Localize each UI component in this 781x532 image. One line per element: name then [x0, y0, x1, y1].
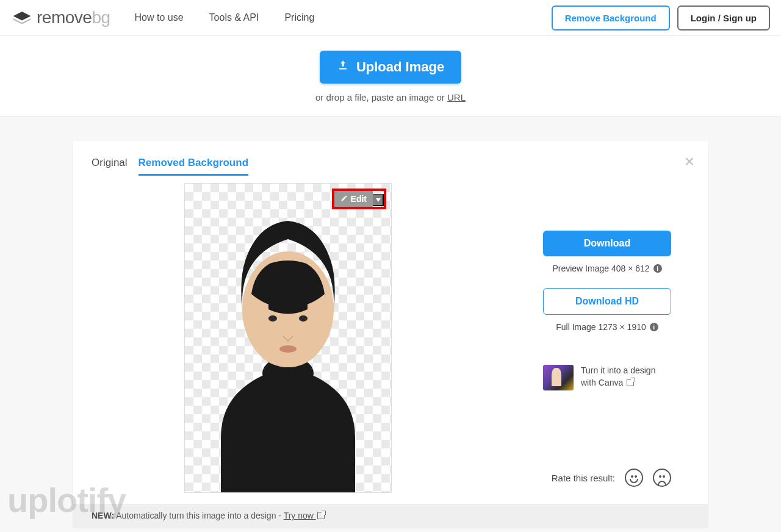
rate-happy-button[interactable]	[625, 469, 643, 487]
rate-label: Rate this result:	[552, 473, 615, 483]
external-link-icon	[317, 512, 325, 519]
edit-button[interactable]: Edit	[334, 191, 373, 207]
canva-thumbnail	[543, 365, 574, 390]
info-icon[interactable]: i	[653, 264, 662, 273]
logo[interactable]: removebg	[11, 8, 110, 27]
content-row: Edit Download Preview Image 408 × 612 i …	[92, 183, 689, 493]
rate-sad-button[interactable]	[653, 469, 671, 487]
rate-row: Rate this result:	[543, 469, 671, 487]
remove-background-button[interactable]: Remove Background	[552, 5, 670, 31]
logo-icon	[11, 9, 33, 26]
canva-line2: with Canva	[581, 378, 623, 387]
footer-promo: NEW: Automatically turn this image into …	[73, 504, 708, 527]
upload-section: Upload Image or drop a file, paste an im…	[0, 36, 781, 117]
result-card: × Original Removed Background	[73, 141, 708, 527]
info-icon[interactable]: i	[650, 323, 658, 331]
edit-highlight: Edit	[332, 189, 386, 209]
tab-original[interactable]: Original	[92, 157, 128, 176]
full-size-text: Full Image 1273 × 1910	[556, 322, 646, 332]
brush-icon	[340, 194, 348, 204]
download-button[interactable]: Download	[543, 231, 671, 256]
download-sidebar: Download Preview Image 408 × 612 i Downl…	[525, 183, 689, 493]
nav-tools-api[interactable]: Tools & API	[209, 12, 259, 23]
canva-text: Turn it into a design with Canva	[581, 365, 655, 389]
result-image: Edit	[184, 183, 392, 493]
download-hd-button[interactable]: Download HD	[543, 288, 671, 315]
tabs: Original Removed Background	[92, 157, 689, 176]
tab-removed-background[interactable]: Removed Background	[139, 157, 248, 176]
preview-size-text: Preview Image 408 × 612	[552, 264, 649, 273]
edit-dropdown[interactable]	[373, 194, 384, 206]
nav-how-to-use[interactable]: How to use	[135, 12, 184, 23]
upload-image-button[interactable]: Upload Image	[320, 51, 461, 84]
chevron-down-icon	[376, 198, 381, 202]
login-signup-button[interactable]: Login / Sign up	[677, 5, 770, 31]
new-badge: NEW:	[92, 511, 114, 520]
footer-text: Automatically turn this image into a des…	[114, 511, 284, 520]
header: removebg How to use Tools & API Pricing …	[0, 0, 781, 36]
upload-button-label: Upload Image	[356, 59, 444, 75]
header-actions: Remove Background Login / Sign up	[552, 5, 770, 31]
nav-pricing[interactable]: Pricing	[284, 12, 314, 23]
preview-size: Preview Image 408 × 612 i	[552, 264, 661, 273]
drop-hint: or drop a file, paste an image or URL	[0, 92, 781, 102]
full-size: Full Image 1273 × 1910 i	[556, 322, 658, 332]
image-area: Edit	[92, 183, 525, 493]
person-image	[184, 187, 392, 492]
external-link-icon	[627, 379, 634, 386]
canva-promo[interactable]: Turn it into a design with Canva	[543, 365, 671, 390]
main-nav: How to use Tools & API Pricing	[135, 12, 315, 23]
upload-icon	[337, 59, 349, 75]
svg-point-3	[268, 315, 277, 322]
try-now-link[interactable]: Try now	[284, 511, 325, 520]
canva-line1: Turn it into a design	[581, 365, 655, 375]
close-button[interactable]: ×	[685, 152, 694, 171]
edit-label: Edit	[351, 194, 367, 204]
svg-point-5	[279, 345, 297, 353]
drop-hint-text: or drop a file, paste an image or	[315, 92, 447, 102]
logo-text: removebg	[37, 8, 110, 27]
svg-point-4	[299, 315, 308, 322]
url-link[interactable]: URL	[447, 92, 466, 102]
